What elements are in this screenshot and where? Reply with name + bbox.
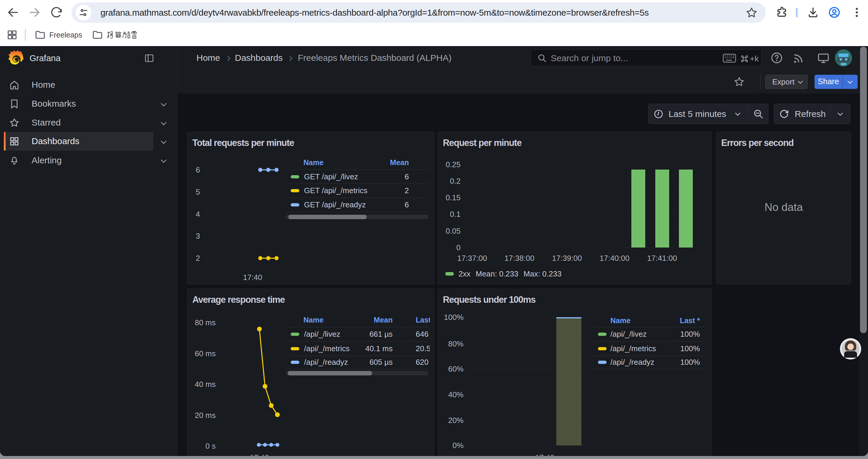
svg-text:80 ms: 80 ms: [195, 318, 216, 327]
svg-text:6: 6: [196, 165, 200, 174]
svg-text:60%: 60%: [448, 364, 464, 373]
svg-text:17:41:00: 17:41:00: [647, 254, 677, 263]
svg-text:2: 2: [196, 254, 200, 263]
svg-text:17:40:00: 17:40:00: [599, 254, 629, 263]
svg-text:40 ms: 40 ms: [195, 380, 216, 389]
svg-text:17:39:00: 17:39:00: [552, 254, 582, 263]
svg-text:0.15: 0.15: [445, 193, 461, 202]
svg-text:0 s: 0 s: [205, 441, 216, 451]
svg-text:4: 4: [196, 210, 200, 219]
svg-text:17:40: 17:40: [535, 453, 554, 456]
svg-text:5: 5: [196, 188, 200, 196]
svg-text:0.25: 0.25: [445, 160, 461, 169]
svg-text:40%: 40%: [448, 390, 464, 399]
svg-text:17:38:00: 17:38:00: [504, 254, 534, 263]
svg-text:80%: 80%: [448, 339, 464, 348]
svg-text:20 ms: 20 ms: [195, 411, 216, 420]
svg-text:3: 3: [196, 232, 200, 240]
svg-text:0.2: 0.2: [450, 177, 461, 186]
svg-text:0.1: 0.1: [450, 210, 461, 219]
svg-text:0: 0: [457, 243, 461, 252]
svg-text:17:40: 17:40: [250, 453, 269, 456]
svg-text:0.05: 0.05: [445, 227, 461, 235]
svg-text:17:40: 17:40: [243, 273, 262, 282]
svg-text:0%: 0%: [452, 441, 464, 450]
svg-text:17:37:00: 17:37:00: [457, 254, 487, 263]
svg-text:100%: 100%: [444, 313, 464, 322]
svg-text:60 ms: 60 ms: [195, 349, 216, 358]
svg-text:20%: 20%: [448, 416, 464, 425]
